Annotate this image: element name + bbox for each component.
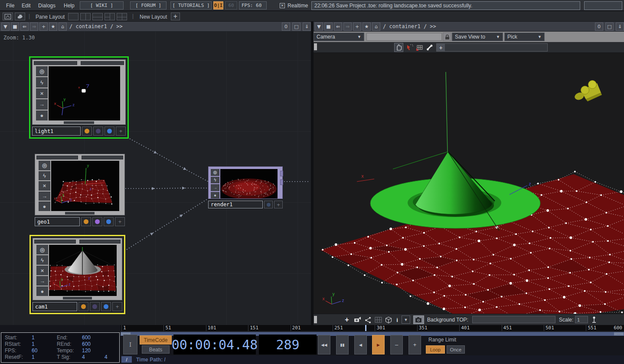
wireframe-cube-button[interactable] (385, 316, 392, 324)
pan-tool-button[interactable] (394, 43, 403, 52)
layout-single-button[interactable] (68, 13, 78, 20)
node-color-dot[interactable] (101, 302, 111, 311)
loop-button[interactable]: Loop (426, 345, 445, 354)
add-flag-icon[interactable]: + (274, 201, 283, 208)
node-viewer[interactable]: yzyxz (51, 161, 119, 211)
forum-link[interactable]: [ FORUM ] (130, 1, 167, 10)
maximize-icon[interactable]: □ (292, 23, 301, 31)
pick-dropdown[interactable]: Pick▼ (504, 32, 545, 41)
add-icon[interactable]: + (343, 316, 351, 324)
flag-icon[interactable]: ϟ (39, 171, 50, 181)
rend-value[interactable]: 600 (82, 341, 105, 347)
delete-icon[interactable]: × (36, 266, 48, 275)
node-body[interactable]: ◎ϟ×→● yzyxz (35, 154, 125, 215)
network-editor[interactable]: Zoom: 1.30 ◎ϟ×→● xyxz light1 + ◎ϟ×→● (0, 32, 311, 325)
layout-grid-button[interactable] (117, 13, 127, 20)
wiki-link[interactable]: [ WIKI ] (80, 1, 124, 10)
background-top-field[interactable] (472, 316, 555, 323)
menu-help[interactable]: Help (64, 3, 75, 9)
fps-indicator[interactable]: FPS: 60 (239, 1, 267, 10)
timeline-info-button[interactable]: I (123, 335, 137, 354)
node-render1[interactable]: ◎ϟ→● render1 + (208, 166, 283, 208)
layout-vsplit-button[interactable] (80, 13, 91, 20)
node-color-dot[interactable] (105, 127, 114, 136)
end-value[interactable]: 600 (82, 335, 105, 341)
viewport-field[interactable] (436, 43, 548, 52)
save-view-dropdown[interactable]: Save View to▼ (452, 32, 503, 41)
back-icon[interactable]: ⇐ (20, 23, 29, 31)
add-icon[interactable]: + (353, 23, 361, 31)
viewer-icon[interactable]: ◎ (36, 245, 48, 254)
new-layout-add-button[interactable]: + (171, 13, 180, 20)
node-name-field[interactable]: geo1 (35, 217, 80, 226)
forward-icon[interactable]: ⇒ (343, 23, 352, 31)
home-icon[interactable]: ⌂ (59, 23, 67, 31)
back-icon[interactable]: ⇐ (334, 23, 342, 31)
jump-to-start-button[interactable]: ◀◀ (318, 335, 330, 354)
menu-file[interactable]: File (6, 3, 14, 9)
add-flag-icon[interactable]: + (115, 217, 125, 226)
favorite-icon[interactable]: ★ (363, 23, 371, 31)
play-reverse-button[interactable]: ◀ (354, 335, 367, 354)
node-name-field[interactable]: render1 (208, 201, 263, 208)
node-body[interactable]: ◎ϟ×→● xyxz (32, 59, 126, 125)
layout-hsplit-button[interactable] (92, 13, 103, 20)
node-light1[interactable]: ◎ϟ×→● xyxz light1 + (29, 56, 129, 139)
fps-value[interactable]: 60 (32, 348, 57, 354)
tutorials-link[interactable]: [ TUTORIALS ] (170, 1, 212, 10)
flag-icon[interactable]: ϟ (211, 177, 219, 184)
node-color-dot[interactable] (78, 302, 88, 311)
add-flag-icon[interactable]: + (112, 302, 122, 311)
export-icon[interactable]: → (211, 184, 219, 191)
delete-icon[interactable]: × (39, 181, 50, 191)
camera-select-dropdown[interactable]: Camera▼ (314, 32, 364, 41)
tempo-value[interactable]: 120 (82, 348, 105, 354)
macro-button[interactable] (15, 13, 25, 20)
time-path-chip[interactable]: / (121, 356, 132, 363)
camera-name-field[interactable] (366, 33, 442, 41)
add-view-button[interactable]: + (437, 44, 445, 51)
select-tool-button[interactable] (405, 43, 414, 52)
timecode-tab[interactable]: TimeCode (140, 335, 172, 344)
export-icon[interactable]: → (36, 276, 48, 286)
info-button[interactable]: i (395, 316, 400, 324)
node-body[interactable]: ◎ϟ×→● zyxz (33, 238, 122, 300)
bomb-icon[interactable]: ● (36, 110, 48, 120)
snapshot-button[interactable] (353, 316, 362, 324)
favorite-icon[interactable]: ★ (49, 23, 57, 31)
realtime-checkbox-icon[interactable]: ✕ (280, 3, 285, 8)
pane-dropdown-icon[interactable]: ▼ (315, 23, 323, 31)
bone-tool-button[interactable] (425, 43, 434, 52)
add-flag-icon[interactable]: + (116, 127, 126, 136)
lock-button[interactable] (443, 32, 451, 41)
add-icon[interactable]: + (39, 23, 48, 31)
scrollbar-stub[interactable] (314, 316, 317, 323)
node-color-dot[interactable] (93, 127, 103, 136)
node-viewer[interactable]: xyxz (49, 66, 120, 120)
play-button[interactable]: ▶ (372, 335, 385, 354)
maximize-icon[interactable]: □ (605, 23, 614, 31)
forward-icon[interactable]: ⇒ (30, 23, 38, 31)
node-geo1[interactable]: ◎ϟ×→● yzyxz geo1 + (32, 151, 128, 229)
pin-button[interactable] (591, 315, 597, 324)
step-forward-button[interactable]: + (408, 335, 421, 354)
node-color-dot[interactable] (90, 302, 100, 311)
tsig-a[interactable]: 4 (82, 354, 105, 360)
rstart-value[interactable]: 1 (32, 341, 57, 347)
node-color-dot[interactable] (92, 217, 102, 226)
display-background-button[interactable] (413, 315, 424, 324)
step-back-button[interactable]: – (390, 335, 403, 354)
scrollbar-stub[interactable] (314, 43, 317, 50)
zero-button[interactable]: 0 (595, 23, 603, 31)
breadcrumb[interactable]: / container1 / >> (383, 23, 436, 29)
once-button[interactable]: Once (447, 345, 465, 354)
pause-button[interactable]: ▮▮ (336, 335, 349, 354)
start-value[interactable]: 1 (32, 335, 57, 341)
flag-icon[interactable]: ϟ (36, 77, 48, 87)
zero-button[interactable]: 0 (282, 23, 290, 31)
pane-stop-icon[interactable]: ■ (11, 23, 19, 31)
menu-dialogs[interactable]: Dialogs (38, 3, 56, 9)
node-name-field[interactable]: cam1 (33, 302, 77, 311)
node-color-dot[interactable] (81, 217, 91, 226)
node-color-dot[interactable] (104, 217, 114, 226)
